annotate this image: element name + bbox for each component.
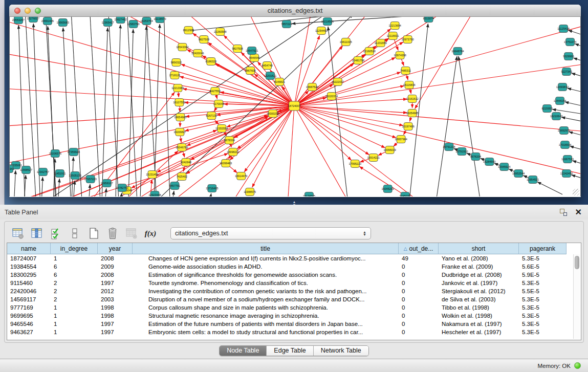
table-cell[interactable]: 9115460 — [7, 279, 51, 287]
graph-edge[interactable] — [436, 56, 457, 196]
table-source-dropdown[interactable]: citations_edges.txt ▲▼ — [170, 227, 371, 239]
table-row[interactable]: 2242004622012Investigating the contribut… — [7, 287, 581, 295]
table-cell[interactable]: 2012 — [98, 287, 133, 295]
graph-edge[interactable] — [230, 106, 294, 160]
table-cell[interactable]: 14569117 — [7, 295, 51, 303]
table-cell[interactable]: Wolkin et al. (1998) — [439, 312, 519, 320]
table-cell[interactable]: 2008 — [98, 254, 133, 262]
graph-edge[interactable] — [145, 17, 157, 196]
column-header-in_degree[interactable]: in_degree — [51, 243, 98, 254]
table-cell[interactable]: Franke et al. (2009) — [439, 262, 519, 271]
table-cell[interactable]: Jankovic et al. (1997) — [439, 279, 519, 287]
close-panel-icon[interactable]: ✕ — [575, 209, 582, 216]
merge-cells-button[interactable] — [68, 226, 82, 240]
graph-edge[interactable] — [209, 193, 211, 196]
graph-edge[interactable] — [415, 17, 491, 108]
table-cell[interactable]: 0 — [399, 303, 439, 312]
graph-edge[interactable] — [572, 175, 580, 180]
table-cell[interactable]: 2008 — [98, 271, 133, 279]
table-cell[interactable]: Tourette syndrome. Phenomenology and cla… — [133, 279, 399, 287]
table-cell[interactable]: 0 — [399, 295, 439, 303]
table-cell[interactable]: 22420046 — [7, 287, 51, 295]
graph-edge[interactable] — [10, 87, 294, 106]
float-panel-icon[interactable] — [559, 209, 567, 216]
table-cell[interactable]: Nakamura et al. (1997) — [439, 320, 519, 328]
table-cell[interactable]: Investigating the contribution of common… — [133, 287, 399, 295]
table-cell[interactable]: 2 — [51, 279, 98, 287]
table-cell[interactable]: 5.5E-5 — [519, 287, 567, 295]
column-header-year[interactable]: year — [98, 243, 133, 254]
window-resize-grip[interactable] — [573, 189, 579, 195]
table-row[interactable]: 1872400712008Changes of HCN gene express… — [7, 254, 581, 262]
table-cell[interactable]: Corpus callosum shape and size in male p… — [133, 303, 399, 312]
table-row[interactable]: 946362711997Embryonic stem cells: a mode… — [7, 328, 581, 336]
graph-edge[interactable] — [537, 182, 562, 194]
table-cell[interactable]: 0 — [399, 271, 439, 279]
table-cell[interactable]: 0 — [399, 262, 439, 271]
graph-edge[interactable] — [116, 25, 121, 196]
column-header-name[interactable]: name — [7, 243, 51, 254]
table-cell[interactable]: Embryonic stem cells: a model to study s… — [133, 328, 399, 336]
table-cell[interactable]: 5.3E-5 — [519, 312, 567, 320]
minimize-window-button[interactable] — [25, 8, 31, 14]
table-cell[interactable]: Hescheler et al. (1997) — [439, 328, 519, 336]
splitter-handle[interactable]: ▲▼ — [291, 201, 298, 204]
graph-edge[interactable] — [561, 117, 580, 122]
table-cell[interactable]: Stergiakouli et al. (2012) — [439, 287, 519, 295]
table-cell[interactable]: 5.3E-5 — [519, 295, 567, 303]
table-cell[interactable]: de Silva et al. (2003) — [439, 295, 519, 303]
table-row[interactable]: 946554611997Estimation of the future num… — [7, 320, 581, 328]
graph-edge[interactable] — [294, 106, 385, 148]
table-row[interactable]: 1456911722003Disruption of a novel membe… — [7, 295, 581, 303]
delete-table-button[interactable] — [105, 226, 120, 240]
table-cell[interactable]: Yano et al. (2008) — [439, 254, 519, 262]
graph-edge[interactable] — [292, 17, 580, 24]
table-cell[interactable]: 49 — [399, 254, 439, 262]
graph-edge[interactable] — [163, 17, 170, 196]
graph-edge[interactable] — [70, 17, 82, 196]
table-cell[interactable]: 2 — [51, 295, 98, 303]
table-cell[interactable]: 2003 — [98, 295, 133, 303]
table-cell[interactable]: 5.3E-5 — [519, 328, 567, 336]
table-cell[interactable]: 1 — [51, 303, 98, 312]
table-row[interactable]: 969969511998Structural magnetic resonanc… — [7, 312, 581, 320]
column-header-title[interactable]: title — [133, 243, 399, 254]
zoom-window-button[interactable] — [35, 8, 41, 14]
table-cell[interactable]: 1997 — [98, 320, 133, 328]
close-window-button[interactable] — [14, 8, 20, 14]
graph-edge[interactable] — [569, 132, 580, 137]
table-cell[interactable]: 0 — [399, 279, 439, 287]
graph-edge[interactable] — [294, 20, 580, 106]
table-cell[interactable]: 9463627 — [7, 328, 51, 336]
table-cell[interactable]: 18724007 — [7, 254, 51, 262]
network-graph[interactable]: 1872400722260588982750989129951654336222… — [10, 17, 580, 196]
table-scrollbar-thumb[interactable] — [575, 256, 579, 269]
graph-edge[interactable] — [294, 17, 394, 106]
table-cell[interactable]: Structural magnetic resonance image aver… — [133, 312, 399, 320]
table-cell[interactable]: 6 — [51, 262, 98, 271]
graph-edge[interactable] — [105, 188, 106, 196]
graph-edge[interactable] — [574, 58, 580, 62]
graph-edge[interactable] — [294, 17, 317, 106]
graph-edge[interactable] — [252, 106, 294, 187]
table-row[interactable]: 1830029562008Estimation of significance … — [7, 271, 581, 279]
table-cell[interactable]: 1 — [51, 328, 98, 336]
table-cell[interactable]: Estimation of significance thresholds fo… — [133, 271, 399, 279]
table-row[interactable]: 911546021997Tourette syndrome. Phenomeno… — [7, 279, 581, 287]
table-cell[interactable]: Tibbo et al. (1998) — [439, 303, 519, 312]
graph-edge[interactable] — [171, 191, 174, 196]
graph-edge[interactable] — [192, 33, 294, 106]
select-column-button[interactable] — [30, 226, 44, 240]
table-cell[interactable]: Disruption of a novel member of a sodium… — [133, 295, 399, 303]
graph-edge[interactable] — [572, 73, 580, 78]
tab-node-table[interactable]: Node Table — [220, 346, 267, 356]
table-cell[interactable]: Genome-wide association studies in ADHD. — [133, 262, 399, 271]
graph-edge[interactable] — [294, 106, 369, 155]
table-cell[interactable]: Dudbridge et al. (2008) — [439, 271, 519, 279]
table-cell[interactable]: 2 — [51, 287, 98, 295]
graph-edge[interactable] — [294, 106, 403, 125]
table-cell[interactable]: 1997 — [98, 279, 133, 287]
table-cell[interactable]: 5.9E-5 — [519, 271, 567, 279]
graph-edge[interactable] — [568, 88, 580, 93]
graph-edge[interactable] — [126, 17, 138, 196]
